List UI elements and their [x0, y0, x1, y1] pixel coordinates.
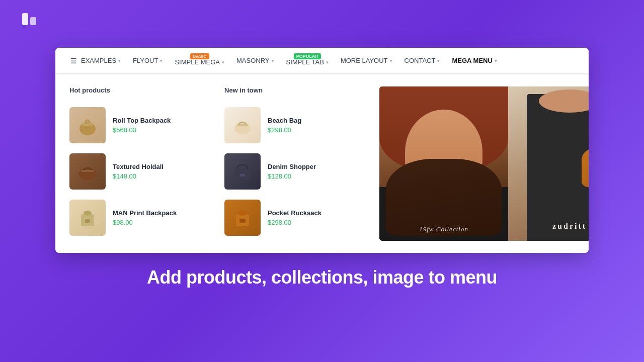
brand-name: zudritt — [552, 222, 587, 230]
hot-products-column: Hot products Roll Top Backpack $568.00 — [69, 86, 200, 241]
product-thumb-holdall — [69, 153, 106, 190]
product-name-roll-backpack: Roll Top Backpack — [113, 117, 171, 124]
product-item-man-backpack[interactable]: MAN Print Backpack $98.00 — [69, 195, 200, 241]
svg-rect-5 — [81, 170, 94, 172]
product-item-pocket-rucksack[interactable]: Pocket Rucksack $298.00 — [224, 195, 355, 241]
product-name-holdall: Textured Holdall — [113, 163, 164, 170]
chevron-icon: ▾ — [326, 60, 329, 65]
product-item-beach-bag[interactable]: Beach Bag $298.00 — [224, 102, 355, 148]
chevron-icon: ▾ — [222, 60, 224, 65]
product-info-roll-backpack: Roll Top Backpack $568.00 — [113, 117, 171, 134]
nav-item-more-layout[interactable]: MORE LAYOUT ▾ — [336, 54, 397, 67]
nav-item-simple-mega[interactable]: BASIC SIMPLE MEGA ▾ — [170, 55, 229, 69]
product-price-roll-backpack: $568.00 — [113, 126, 171, 134]
product-thumb-pocket-rucksack — [224, 200, 261, 236]
beach-bag-image — [224, 107, 261, 143]
chevron-icon: ▾ — [495, 58, 497, 63]
product-thumb-man-backpack — [69, 200, 106, 236]
nav-item-masonry[interactable]: MASONRY ▾ — [231, 54, 279, 67]
svg-rect-8 — [85, 219, 90, 223]
svg-rect-0 — [22, 13, 28, 25]
badge-popular: POPULAR — [294, 53, 321, 59]
svg-point-9 — [234, 122, 251, 134]
pocket-rucksack-image — [224, 200, 261, 236]
svg-point-4 — [78, 168, 97, 180]
holdall-image — [69, 153, 106, 190]
nav-item-examples[interactable]: ☰ EXAMPLES ▾ — [65, 54, 126, 68]
collection-image-left: 19fw Collection — [379, 86, 508, 241]
collection-label: 19fw Collection — [419, 225, 468, 233]
logo — [20, 9, 40, 29]
nav-item-contact[interactable]: CONTACT ▾ — [399, 54, 445, 67]
svg-point-14 — [238, 211, 247, 216]
nav-item-mega-menu[interactable]: MEGA MENU ▾ — [447, 54, 502, 67]
product-info-beach-bag: Beach Bag $298.00 — [268, 117, 301, 134]
product-info-holdall: Textured Holdall $148.00 — [113, 163, 164, 180]
product-name-man-backpack: MAN Print Backpack — [113, 209, 177, 217]
hot-products-title: Hot products — [69, 86, 200, 94]
product-item-denim-shopper[interactable]: Denim Shopper $128.00 — [224, 148, 355, 195]
svg-rect-15 — [239, 219, 246, 223]
product-name-denim-shopper: Denim Shopper — [268, 163, 316, 170]
product-thumb-roll-backpack — [69, 107, 106, 143]
chevron-icon: ▾ — [118, 58, 121, 63]
product-price-holdall: $148.00 — [113, 172, 164, 180]
chevron-icon: ▾ — [272, 58, 274, 63]
product-info-pocket-rucksack: Pocket Rucksack $298.00 — [268, 209, 321, 226]
product-price-man-backpack: $98.00 — [113, 219, 177, 226]
product-price-beach-bag: $298.00 — [268, 126, 301, 134]
denim-shopper-image — [224, 153, 261, 190]
product-thumb-denim-shopper — [224, 153, 261, 190]
roll-backpack-image — [69, 107, 106, 143]
product-info-denim-shopper: Denim Shopper $128.00 — [268, 163, 316, 180]
product-price-denim-shopper: $128.00 — [268, 172, 316, 180]
badge-basic: BASIC — [190, 53, 209, 59]
product-item-roll-backpack[interactable]: Roll Top Backpack $568.00 — [69, 102, 200, 148]
logo-icon — [20, 9, 40, 29]
bottom-tagline: Add products, collections, image to menu — [147, 267, 497, 288]
hamburger-icon: ☰ — [70, 57, 77, 65]
dropdown-panel: Hot products Roll Top Backpack $568.00 — [55, 74, 589, 253]
product-thumb-beach-bag — [224, 107, 261, 143]
product-info-man-backpack: MAN Print Backpack $98.00 — [113, 209, 177, 226]
nav-item-simple-tab[interactable]: POPULAR SIMPLE TAB ▾ — [281, 55, 334, 69]
new-in-town-column: New in town Beach Bag $298.00 — [224, 86, 355, 241]
svg-rect-3 — [82, 123, 93, 126]
product-item-holdall[interactable]: Textured Holdall $148.00 — [69, 148, 200, 195]
chevron-icon: ▾ — [390, 58, 392, 63]
svg-point-7 — [84, 211, 92, 216]
navbar: ☰ EXAMPLES ▾ FLYOUT ▾ BASIC SIMPLE MEGA … — [55, 48, 589, 74]
product-name-pocket-rucksack: Pocket Rucksack — [268, 209, 321, 217]
collection-image-right: zudritt — [508, 86, 589, 241]
man-backpack-image — [69, 200, 106, 236]
svg-rect-12 — [240, 174, 245, 176]
svg-rect-10 — [237, 124, 248, 126]
chevron-icon: ▾ — [160, 58, 163, 63]
main-window: ☰ EXAMPLES ▾ FLYOUT ▾ BASIC SIMPLE MEGA … — [55, 48, 589, 253]
chevron-icon: ▾ — [437, 58, 440, 63]
image-panel: 19fw Collection zudritt — [379, 86, 589, 241]
nav-item-flyout[interactable]: FLYOUT ▾ — [128, 54, 168, 67]
product-price-pocket-rucksack: $298.00 — [268, 219, 321, 226]
svg-rect-1 — [30, 17, 36, 25]
new-in-town-title: New in town — [224, 86, 355, 94]
product-name-beach-bag: Beach Bag — [268, 117, 301, 124]
